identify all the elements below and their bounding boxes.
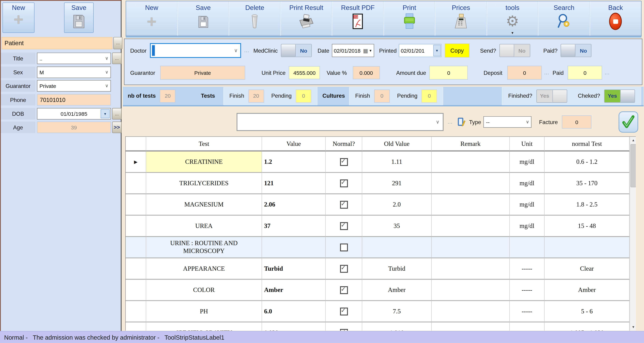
row-selector-cell[interactable]: ▶ xyxy=(126,152,146,173)
toolbar-tools-button[interactable]: tools ⚙ ▼ xyxy=(487,1,538,36)
normal-checkbox[interactable] xyxy=(340,201,348,208)
value-cell[interactable]: 1.2 xyxy=(262,152,326,173)
patient-new-button[interactable]: New + xyxy=(2,2,34,33)
remark-cell[interactable] xyxy=(432,194,510,216)
table-row[interactable]: PH 6.0 7.5 ----- 5 - 6 xyxy=(126,301,630,322)
dob-dropdown-button[interactable]: ▼ xyxy=(101,109,110,118)
row-selector-cell[interactable] xyxy=(126,173,146,194)
doctor-browse-button[interactable]: ... xyxy=(244,48,249,53)
remark-cell[interactable] xyxy=(432,301,510,322)
copy-button[interactable]: Copy xyxy=(445,44,470,58)
vertical-scrollbar[interactable]: ▲ ▼ xyxy=(630,137,636,331)
remark-cell[interactable] xyxy=(432,322,510,330)
row-selector-cell[interactable] xyxy=(126,194,146,216)
row-selector-cell[interactable] xyxy=(126,237,146,258)
table-row[interactable]: TRIGLYCERIDES 121 291 mg/dl 35 - 170 xyxy=(126,173,630,194)
toolbar-back-button[interactable]: Back xyxy=(590,1,641,36)
scroll-down-icon[interactable]: ▼ xyxy=(630,324,636,330)
patient-save-button[interactable]: Save xyxy=(64,2,94,33)
col-value[interactable]: Value xyxy=(262,137,326,152)
medclinic-toggle[interactable]: No xyxy=(281,44,312,57)
row-selector-cell[interactable] xyxy=(126,322,146,330)
value-cell[interactable]: 1.020 xyxy=(262,322,326,330)
remark-cell[interactable] xyxy=(432,173,510,194)
table-row[interactable]: UREA 37 35 mg/dl 15 - 48 xyxy=(126,216,630,237)
toolbar-search-button[interactable]: Search xyxy=(538,1,590,36)
normal-checkbox[interactable] xyxy=(340,286,348,294)
scrollbar-thumb[interactable] xyxy=(630,144,636,187)
value-pct-value[interactable]: 0.000 xyxy=(352,66,380,79)
table-row[interactable]: APPEARANCE Turbid Turbid ----- Clear xyxy=(126,258,630,280)
toolbar-print-result-button[interactable]: Print Result xyxy=(281,1,332,36)
value-cell[interactable]: 2.06 xyxy=(262,194,326,216)
patient-browse-button[interactable]: ... xyxy=(113,37,122,50)
printed-dropdown-button[interactable]: ▼ xyxy=(433,45,441,56)
value-cell[interactable]: Turbid xyxy=(262,258,326,280)
value-cell[interactable]: Amber xyxy=(262,280,326,301)
printed-date-input[interactable]: 02/01/201 ▼ xyxy=(399,44,442,57)
toolbar-save-button[interactable]: Save xyxy=(178,1,229,36)
validate-check-button[interactable] xyxy=(618,111,638,132)
normal-checkbox[interactable] xyxy=(340,179,348,187)
normal-checkbox[interactable] xyxy=(340,244,348,251)
title-select[interactable]: .. xyxy=(37,53,111,64)
remark-cell[interactable] xyxy=(432,152,510,173)
paid-toggle[interactable]: No xyxy=(561,44,592,57)
toolbar-prices-button[interactable]: Prices xyxy=(435,1,487,36)
value-cell[interactable] xyxy=(262,237,326,258)
toolbar-print-button[interactable]: Print xyxy=(384,1,435,36)
date-input[interactable]: 02/01/2018 ▦ ▼ xyxy=(332,44,374,57)
scroll-up-icon[interactable]: ▲ xyxy=(630,137,636,144)
deposit-browse-button[interactable]: ... xyxy=(544,70,549,75)
col-unit[interactable]: Unit xyxy=(510,137,544,152)
send-toggle[interactable]: No xyxy=(499,44,530,57)
remark-cell[interactable] xyxy=(432,237,510,258)
table-row[interactable]: SPECIFIC GRAVITY 1.020 1.010 ----- 1.005… xyxy=(126,322,630,330)
paid-value[interactable]: 0 xyxy=(568,66,602,80)
col-remark[interactable]: Remark xyxy=(432,137,510,152)
age-expand-button[interactable]: >> xyxy=(112,122,122,133)
test-browse-button[interactable]: ... xyxy=(448,120,452,124)
normal-checkbox[interactable] xyxy=(340,329,348,330)
dob-browse-button[interactable]: ... xyxy=(112,108,122,120)
col-normal[interactable]: Normal? xyxy=(326,137,362,152)
col-old-value[interactable]: Old Value xyxy=(362,137,432,152)
normal-checkbox[interactable] xyxy=(340,265,348,272)
checked-toggle[interactable]: Yes xyxy=(604,89,635,102)
test-search-select[interactable] xyxy=(237,113,444,131)
notepad-pencil-icon[interactable] xyxy=(457,117,466,127)
value-cell[interactable]: 6.0 xyxy=(262,301,326,322)
row-selector-cell[interactable] xyxy=(126,258,146,280)
toolbar-result-pdf-button[interactable]: Result PDF PDF xyxy=(332,1,384,36)
doctor-select[interactable] xyxy=(150,43,241,58)
row-selector-cell[interactable] xyxy=(126,280,146,301)
toolbar-delete-button[interactable]: Delete xyxy=(229,1,281,36)
normal-checkbox[interactable] xyxy=(340,158,348,166)
dob-input[interactable]: 01/01/1985 ▼ xyxy=(37,108,111,120)
paid-browse-button[interactable]: ... xyxy=(605,70,610,75)
normal-checkbox[interactable] xyxy=(340,307,348,315)
row-selector-cell[interactable] xyxy=(126,216,146,237)
phone-input[interactable]: 70101010 xyxy=(37,94,111,106)
table-row[interactable]: URINE : ROUTINE AND MICROSCOPY xyxy=(126,237,630,258)
finished-toggle[interactable]: Yes xyxy=(536,89,567,102)
value-cell[interactable]: 121 xyxy=(262,173,326,194)
table-row[interactable]: ▶ CREATININE 1.2 1.11 mg/dl 0.6 - 1.2 xyxy=(126,152,630,173)
value-cell[interactable]: 37 xyxy=(262,216,326,237)
col-normal-test[interactable]: normal Test xyxy=(544,137,630,152)
normal-checkbox[interactable] xyxy=(340,222,348,230)
deposit-value[interactable]: 0 xyxy=(507,66,542,80)
remark-cell[interactable] xyxy=(432,258,510,280)
title-browse-button[interactable]: ... xyxy=(112,53,122,64)
remark-cell[interactable] xyxy=(432,280,510,301)
unit-price-value[interactable]: 4555.000 xyxy=(289,66,320,79)
col-test[interactable]: Test xyxy=(146,137,262,152)
toolbar-new-button[interactable]: New + xyxy=(126,1,178,36)
guarantor-select[interactable]: Private xyxy=(37,80,111,92)
tools-dropdown-caret-icon[interactable]: ▼ xyxy=(511,31,514,35)
sex-select[interactable]: M xyxy=(37,66,111,78)
table-row[interactable]: COLOR Amber Amber ----- Amber xyxy=(126,280,630,301)
date-dropdown-icon[interactable]: ▼ xyxy=(369,49,372,52)
type-select[interactable]: -- xyxy=(484,116,532,128)
row-selector-cell[interactable] xyxy=(126,301,146,322)
